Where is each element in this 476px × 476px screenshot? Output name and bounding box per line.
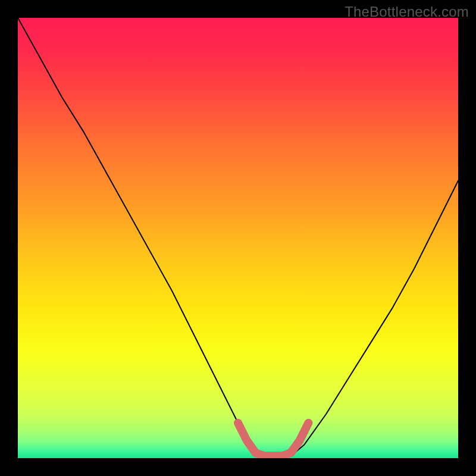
plot-area [18, 18, 458, 458]
watermark-text: TheBottleneck.com [345, 4, 469, 20]
gradient-background [18, 18, 458, 458]
chart-frame: TheBottleneck.com [0, 0, 476, 476]
chart-svg [18, 18, 458, 458]
